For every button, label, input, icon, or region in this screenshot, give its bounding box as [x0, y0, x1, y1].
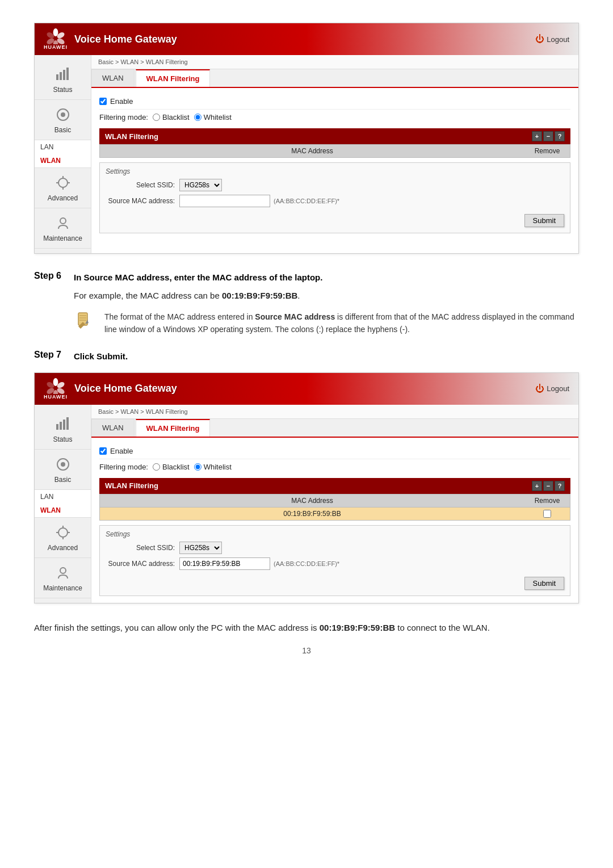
sidebar-item-maintenance-2[interactable]: Maintenance	[35, 558, 91, 598]
source-mac-hint-2: (AA:BB:CC:DD:EE:FF)*	[274, 560, 339, 567]
enable-label-1[interactable]: Enable	[110, 97, 133, 106]
step7-label: Step 7	[34, 350, 68, 363]
sidebar-item-maintenance[interactable]: Maintenance	[35, 208, 91, 249]
status-icon	[54, 65, 72, 83]
router-panel-2: HUAWEI Voice Home Gateway ⏻ Logout Statu…	[34, 372, 579, 603]
step7-content: Click Submit.	[74, 350, 128, 363]
sidebar-basic-label: Basic	[54, 126, 71, 134]
sidebar-subitem-wlan-2[interactable]: WLAN	[35, 504, 91, 517]
svg-point-0	[53, 28, 58, 36]
enable-checkbox-2[interactable]	[99, 447, 107, 455]
help-filter-button-2[interactable]: ?	[555, 481, 565, 491]
wlan-filter-title-1: WLAN Filtering	[105, 132, 158, 141]
basic-icon-2	[54, 455, 72, 473]
remove-filter-button-2[interactable]: −	[543, 481, 553, 491]
blacklist-radio-label-1[interactable]: Blacklist	[153, 113, 190, 121]
tab-wlan-2[interactable]: WLAN	[91, 419, 135, 437]
source-mac-label-2: Source MAC address:	[106, 560, 179, 568]
select-ssid-label-2: Select SSID:	[106, 544, 179, 552]
sidebar-item-basic[interactable]: Basic	[35, 100, 91, 140]
help-filter-button-1[interactable]: ?	[555, 131, 565, 141]
conclusion-mac: 00:19:B9:F9:59:BB	[320, 623, 395, 632]
step7-bold: Submit	[96, 351, 125, 361]
add-filter-button-1[interactable]: +	[532, 131, 542, 141]
step6-mac-bold: 00:19:B9:F9:59:BB	[222, 291, 297, 300]
filter-mode-label-1: Filtering mode:	[99, 113, 148, 121]
svg-rect-6	[56, 74, 58, 80]
svg-point-35	[61, 462, 65, 467]
tabs-bar-1: WLAN WLAN Filtering	[91, 69, 578, 88]
huawei-logo-icon-2	[45, 378, 66, 394]
router-title-2: Voice Home Gateway	[74, 383, 177, 395]
source-mac-input-2[interactable]	[179, 557, 270, 570]
submit-row-1: Submit	[106, 211, 564, 228]
logout-label-2: Logout	[547, 384, 569, 393]
logout-icon: ⏻	[535, 34, 544, 44]
step6-content: In Source MAC address, enter the MAC add…	[74, 271, 322, 284]
filter-mode-label-2: Filtering mode:	[99, 463, 148, 471]
sidebar-subitems: LAN WLAN	[35, 140, 91, 168]
sidebar-status-label: Status	[53, 86, 72, 94]
enable-checkbox-1[interactable]	[99, 98, 107, 105]
sidebar-item-basic-2[interactable]: Basic	[35, 450, 91, 490]
logout-button-2[interactable]: ⏻ Logout	[535, 384, 569, 394]
whitelist-radio-label-1[interactable]: Whitelist	[194, 113, 232, 121]
section-header-1: WLAN Filtering + − ?	[99, 128, 570, 144]
note-text-after: is different from that of the MAC addres…	[104, 312, 574, 334]
tab-wlan-filtering-1[interactable]: WLAN Filtering	[136, 69, 211, 87]
breadcrumb-1: Basic > WLAN > WLAN Filtering	[91, 55, 578, 69]
sidebar-item-advanced-2[interactable]: Advanced	[35, 518, 91, 558]
sidebar-item-status[interactable]: Status	[35, 60, 91, 100]
sidebar-1: Status Basic LAN WLAN Advanced	[35, 55, 91, 253]
settings-section-2: Settings Select SSID: HG258s Source MAC …	[99, 525, 570, 596]
note-box: The format of the MAC address entered in…	[74, 311, 579, 336]
settings-title-2: Settings	[106, 530, 564, 538]
step6-text-after: , enter the MAC address of the laptop.	[169, 272, 322, 282]
main-content-2: Basic > WLAN > WLAN Filtering WLAN WLAN …	[91, 405, 578, 603]
logout-button[interactable]: ⏻ Logout	[535, 34, 569, 44]
huawei-logo-icon	[45, 28, 66, 44]
step6-bold1: Source MAC address	[84, 272, 170, 282]
logout-icon-2: ⏻	[535, 384, 544, 394]
blacklist-radio-2[interactable]	[153, 463, 160, 471]
submit-button-2[interactable]: Submit	[524, 577, 564, 590]
sidebar-item-advanced[interactable]: Advanced	[35, 168, 91, 208]
blacklist-radio-1[interactable]	[153, 114, 160, 121]
form-row-mac-1: Source MAC address: (AA:BB:CC:DD:EE:FF)*	[106, 195, 564, 207]
remove-checkbox-2[interactable]	[543, 510, 551, 518]
blacklist-radio-label-2[interactable]: Blacklist	[153, 463, 190, 471]
basic-icon	[54, 106, 72, 124]
step6-label: Step 6	[34, 271, 68, 284]
sidebar-subitem-lan-2[interactable]: LAN	[35, 490, 91, 504]
wlan-filter-section-2: WLAN Filtering + − ? MAC Address Remove …	[99, 478, 570, 521]
sidebar-maintenance-label-2: Maintenance	[43, 584, 82, 592]
svg-rect-7	[60, 72, 62, 80]
svg-rect-31	[60, 422, 62, 430]
sidebar-subitem-wlan[interactable]: WLAN	[35, 154, 91, 167]
source-mac-hint-1: (AA:BB:CC:DD:EE:FF)*	[274, 198, 339, 204]
add-filter-button-2[interactable]: +	[532, 481, 542, 491]
ssid-select-2[interactable]: HG258s	[179, 542, 222, 554]
remove-filter-button-1[interactable]: −	[543, 131, 553, 141]
router-panel-1: HUAWEI Voice Home Gateway ⏻ Logout Statu…	[34, 23, 579, 254]
ssid-select-1[interactable]: HG258s	[179, 179, 222, 191]
tab-wlan-filtering-2[interactable]: WLAN Filtering	[136, 419, 211, 437]
remove-cell-2	[524, 508, 570, 520]
huawei-brand-text-2: HUAWEI	[44, 394, 68, 400]
whitelist-radio-label-2[interactable]: Whitelist	[194, 463, 232, 471]
form-row-ssid-2: Select SSID: HG258s	[106, 542, 564, 554]
sidebar-item-status-2[interactable]: Status	[35, 409, 91, 450]
submit-button-1[interactable]: Submit	[524, 214, 564, 227]
source-mac-input-1[interactable]	[179, 195, 270, 207]
sidebar-subitem-lan[interactable]: LAN	[35, 140, 91, 154]
table-header-2: MAC Address Remove	[99, 494, 570, 508]
section-header-2: WLAN Filtering + − ?	[99, 478, 570, 494]
enable-label-2[interactable]: Enable	[110, 447, 133, 455]
table-row-mac-2: 00:19:B9:F9:59:BB	[99, 508, 570, 521]
whitelist-radio-2[interactable]	[194, 463, 201, 471]
conclusion-text: After finish the settings, you can allow…	[34, 620, 579, 635]
whitelist-radio-1[interactable]	[194, 114, 201, 121]
tab-wlan-1[interactable]: WLAN	[91, 69, 135, 87]
mac-value-cell-2: 00:19:B9:F9:59:BB	[100, 508, 524, 520]
note-text: The format of the MAC address entered in…	[104, 311, 579, 336]
